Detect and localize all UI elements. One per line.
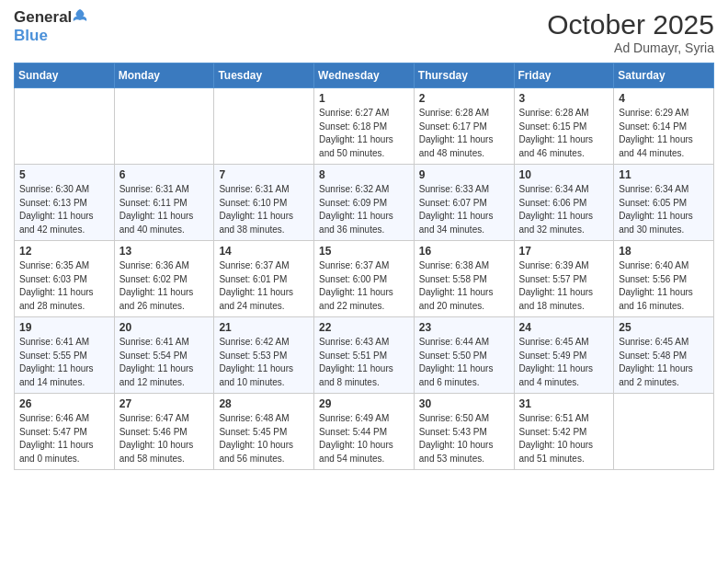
day-number: 7 xyxy=(219,168,309,181)
calendar-cell-w3-d1: 12Sunrise: 6:35 AMSunset: 6:03 PMDayligh… xyxy=(15,241,115,317)
daylight-hours-label: Daylight: 11 hours xyxy=(119,211,194,221)
daylight-hours-label: Daylight: 11 hours xyxy=(419,211,494,221)
daylight-hours-label: Daylight: 11 hours xyxy=(119,363,194,373)
daylight-hours-label: Daylight: 11 hours xyxy=(419,134,494,144)
day-info: Sunrise: 6:51 AMSunset: 5:42 PMDaylight:… xyxy=(519,412,609,465)
day-number: 3 xyxy=(519,92,609,105)
day-number: 14 xyxy=(219,245,309,258)
month-title: October 2025 xyxy=(547,9,714,40)
day-number: 15 xyxy=(319,245,409,258)
daylight-hours-label: Daylight: 11 hours xyxy=(319,211,393,221)
location: Ad Dumayr, Syria xyxy=(547,40,714,55)
header-wednesday: Wednesday xyxy=(314,63,415,88)
day-number: 6 xyxy=(119,168,210,181)
day-info: Sunrise: 6:31 AMSunset: 6:11 PMDaylight:… xyxy=(119,183,210,236)
calendar-cell-w5-d7 xyxy=(614,394,714,470)
day-number: 28 xyxy=(219,397,309,410)
day-info: Sunrise: 6:41 AMSunset: 5:54 PMDaylight:… xyxy=(119,336,210,389)
day-info: Sunrise: 6:48 AMSunset: 5:45 PMDaylight:… xyxy=(219,412,309,465)
calendar-table: Sunday Monday Tuesday Wednesday Thursday… xyxy=(14,63,714,470)
calendar-cell-w3-d6: 17Sunrise: 6:39 AMSunset: 5:57 PMDayligh… xyxy=(514,241,614,317)
calendar-cell-w2-d7: 11Sunrise: 6:34 AMSunset: 6:05 PMDayligh… xyxy=(614,165,714,241)
daylight-hours-label: Daylight: 11 hours xyxy=(419,363,494,373)
calendar-cell-w3-d2: 13Sunrise: 6:36 AMSunset: 6:02 PMDayligh… xyxy=(114,241,214,317)
day-info: Sunrise: 6:49 AMSunset: 5:44 PMDaylight:… xyxy=(319,412,409,465)
day-info: Sunrise: 6:37 AMSunset: 6:01 PMDaylight:… xyxy=(219,259,309,313)
day-info: Sunrise: 6:27 AMSunset: 6:18 PMDaylight:… xyxy=(319,107,409,160)
calendar-cell-w3-d5: 16Sunrise: 6:38 AMSunset: 5:58 PMDayligh… xyxy=(414,241,514,317)
day-info: Sunrise: 6:45 AMSunset: 5:49 PMDaylight:… xyxy=(519,336,609,389)
day-info: Sunrise: 6:45 AMSunset: 5:48 PMDaylight:… xyxy=(619,336,709,389)
daylight-hours-label: Daylight: 11 hours xyxy=(519,211,594,221)
day-number: 17 xyxy=(519,245,609,258)
day-info: Sunrise: 6:39 AMSunset: 5:57 PMDaylight:… xyxy=(519,259,609,313)
daylight-hours-label: Daylight: 11 hours xyxy=(19,211,94,221)
calendar-cell-w2-d3: 7Sunrise: 6:31 AMSunset: 6:10 PMDaylight… xyxy=(214,165,314,241)
day-info: Sunrise: 6:34 AMSunset: 6:05 PMDaylight:… xyxy=(619,183,709,236)
page-header: General Blue October 2025 Ad Dumayr, Syr… xyxy=(14,9,714,55)
daylight-hours-label: Daylight: 10 hours xyxy=(419,440,494,450)
daylight-hours-label: Daylight: 11 hours xyxy=(319,363,393,373)
logo-blue: Blue xyxy=(14,28,87,45)
day-info: Sunrise: 6:42 AMSunset: 5:53 PMDaylight:… xyxy=(219,336,309,389)
daylight-hours-label: Daylight: 11 hours xyxy=(19,287,94,297)
day-number: 24 xyxy=(519,321,609,334)
daylight-hours-label: Daylight: 11 hours xyxy=(219,287,293,297)
header-saturday: Saturday xyxy=(614,63,714,88)
day-number: 26 xyxy=(19,397,109,410)
day-info: Sunrise: 6:33 AMSunset: 6:07 PMDaylight:… xyxy=(419,183,509,236)
day-info: Sunrise: 6:31 AMSunset: 6:10 PMDaylight:… xyxy=(219,183,309,236)
daylight-hours-label: Daylight: 11 hours xyxy=(619,363,693,373)
daylight-hours-label: Daylight: 11 hours xyxy=(619,287,693,297)
logo-bird-icon xyxy=(73,9,87,28)
calendar-cell-w4-d5: 23Sunrise: 6:44 AMSunset: 5:50 PMDayligh… xyxy=(414,317,514,394)
day-number: 11 xyxy=(619,168,709,181)
calendar-cell-w3-d3: 14Sunrise: 6:37 AMSunset: 6:01 PMDayligh… xyxy=(214,241,314,317)
daylight-hours-label: Daylight: 11 hours xyxy=(619,134,693,144)
day-info: Sunrise: 6:34 AMSunset: 6:06 PMDaylight:… xyxy=(519,183,609,236)
day-info: Sunrise: 6:47 AMSunset: 5:46 PMDaylight:… xyxy=(119,412,210,465)
header-friday: Friday xyxy=(514,63,614,88)
day-number: 2 xyxy=(419,92,509,105)
calendar-cell-w1-d5: 2Sunrise: 6:28 AMSunset: 6:17 PMDaylight… xyxy=(414,88,514,165)
day-number: 22 xyxy=(319,321,409,334)
calendar-cell-w4-d6: 24Sunrise: 6:45 AMSunset: 5:49 PMDayligh… xyxy=(514,317,614,394)
calendar-cell-w4-d1: 19Sunrise: 6:41 AMSunset: 5:55 PMDayligh… xyxy=(15,317,115,394)
day-number: 8 xyxy=(319,168,409,181)
logo-general: General xyxy=(14,8,72,26)
calendar-cell-w4-d7: 25Sunrise: 6:45 AMSunset: 5:48 PMDayligh… xyxy=(614,317,714,394)
day-info: Sunrise: 6:29 AMSunset: 6:14 PMDaylight:… xyxy=(619,107,709,160)
daylight-hours-label: Daylight: 11 hours xyxy=(219,363,293,373)
calendar-cell-w1-d6: 3Sunrise: 6:28 AMSunset: 6:15 PMDaylight… xyxy=(514,88,614,165)
day-info: Sunrise: 6:37 AMSunset: 6:00 PMDaylight:… xyxy=(319,259,409,313)
day-number: 9 xyxy=(419,168,509,181)
day-number: 4 xyxy=(619,92,709,105)
weekday-header-row: Sunday Monday Tuesday Wednesday Thursday… xyxy=(15,63,714,88)
daylight-hours-label: Daylight: 11 hours xyxy=(519,363,594,373)
daylight-hours-label: Daylight: 11 hours xyxy=(419,287,494,297)
day-info: Sunrise: 6:28 AMSunset: 6:15 PMDaylight:… xyxy=(519,107,609,160)
daylight-hours-label: Daylight: 10 hours xyxy=(119,440,194,450)
daylight-hours-label: Daylight: 11 hours xyxy=(319,134,393,144)
daylight-hours-label: Daylight: 11 hours xyxy=(519,287,594,297)
day-number: 27 xyxy=(119,397,210,410)
calendar-cell-w1-d2 xyxy=(114,88,214,165)
day-info: Sunrise: 6:40 AMSunset: 5:56 PMDaylight:… xyxy=(619,259,709,313)
page-container: General Blue October 2025 Ad Dumayr, Syr… xyxy=(0,0,728,479)
day-number: 13 xyxy=(119,245,210,258)
day-info: Sunrise: 6:44 AMSunset: 5:50 PMDaylight:… xyxy=(419,336,509,389)
daylight-hours-label: Daylight: 10 hours xyxy=(219,440,293,450)
calendar-cell-w2-d2: 6Sunrise: 6:31 AMSunset: 6:11 PMDaylight… xyxy=(114,165,214,241)
week-row-5: 26Sunrise: 6:46 AMSunset: 5:47 PMDayligh… xyxy=(15,394,714,470)
header-sunday: Sunday xyxy=(15,63,115,88)
day-info: Sunrise: 6:32 AMSunset: 6:09 PMDaylight:… xyxy=(319,183,409,236)
day-number: 30 xyxy=(419,397,509,410)
daylight-hours-label: Daylight: 11 hours xyxy=(19,440,94,450)
day-number: 16 xyxy=(419,245,509,258)
week-row-1: 1Sunrise: 6:27 AMSunset: 6:18 PMDaylight… xyxy=(15,88,714,165)
daylight-hours-label: Daylight: 10 hours xyxy=(519,440,594,450)
day-info: Sunrise: 6:43 AMSunset: 5:51 PMDaylight:… xyxy=(319,336,409,389)
calendar-cell-w5-d2: 27Sunrise: 6:47 AMSunset: 5:46 PMDayligh… xyxy=(114,394,214,470)
calendar-cell-w5-d6: 31Sunrise: 6:51 AMSunset: 5:42 PMDayligh… xyxy=(514,394,614,470)
calendar-cell-w1-d4: 1Sunrise: 6:27 AMSunset: 6:18 PMDaylight… xyxy=(314,88,415,165)
